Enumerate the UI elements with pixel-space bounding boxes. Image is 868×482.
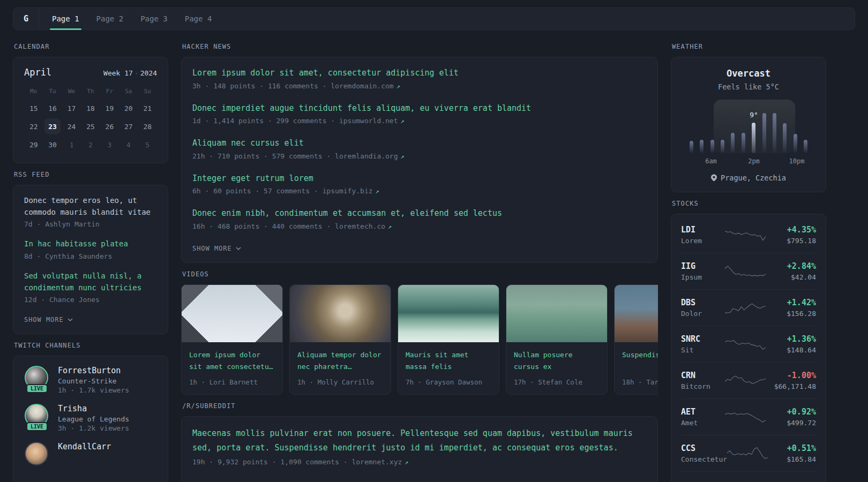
- calendar-day[interactable]: 15: [26, 100, 41, 116]
- stocks-section-title: STOCKS: [672, 200, 826, 207]
- tab-page-4[interactable]: Page 4: [184, 8, 213, 29]
- twitch-channel[interactable]: LIVE ForrestBurton Counter-Strike 1h · 1…: [24, 366, 157, 394]
- calendar-day[interactable]: 2: [83, 137, 98, 153]
- hn-item-meta: 6h · 60 points · 57 comments · ipsumify.…: [192, 187, 647, 195]
- calendar-day[interactable]: 19: [102, 100, 117, 116]
- hn-domain-link[interactable]: loremdomain.com: [331, 82, 400, 90]
- rss-item-link[interactable]: Sed volutpat nulla nisl, a condimentum n…: [24, 270, 157, 293]
- stock-row[interactable]: CRNBitcorn -1.00%$66,171.48: [681, 362, 816, 398]
- tab-page-3[interactable]: Page 3: [139, 8, 169, 29]
- twitch-channel[interactable]: KendallCarr: [24, 442, 157, 465]
- video-title-link[interactable]: Lorem ipsum dolor sit amet consectetu…: [189, 349, 275, 373]
- stock-values: +1.36%$148.64: [766, 334, 816, 354]
- channel-name[interactable]: Trisha: [58, 404, 129, 413]
- stock-price: $148.64: [766, 346, 816, 354]
- video-thumbnail[interactable]: [398, 285, 499, 342]
- subreddit-section-title: /R/SUBREDDIT: [182, 402, 658, 410]
- hn-domain-link[interactable]: ipsumworld.net: [339, 117, 405, 125]
- hn-item-title-link[interactable]: Donec imperdiet augue tincidunt felis al…: [192, 102, 647, 115]
- stock-row[interactable]: CCSConsectetur +0.51%$165.84: [681, 435, 816, 471]
- video-card[interactable]: Mauris sit amet massa felis 7h · Grayson…: [398, 284, 499, 395]
- stock-row[interactable]: AETAmet +0.92%$499.72: [681, 398, 816, 435]
- stock-name: Lorem: [681, 237, 725, 245]
- video-thumbnail[interactable]: [290, 285, 391, 342]
- hn-domain-link[interactable]: ipsumify.biz: [323, 187, 379, 195]
- stock-row[interactable]: LDILorem +4.35%$795.18: [681, 217, 816, 253]
- calendar-day[interactable]: 16: [44, 100, 60, 116]
- stock-name: Amet: [681, 419, 725, 427]
- dashboard-page: G Page 1 Page 2 Page 3 Page 4 CALENDAR A…: [0, 0, 868, 482]
- subreddit-post-title-link[interactable]: Maecenas mollis pulvinar erat non posuer…: [192, 426, 647, 455]
- hn-item-title-link[interactable]: Lorem ipsum dolor sit amet, consectetur …: [192, 67, 647, 79]
- middle-column: HACKER NEWS Lorem ipsum dolor sit amet, …: [181, 35, 658, 482]
- calendar-day[interactable]: 4: [121, 137, 136, 153]
- calendar-day[interactable]: 26: [102, 118, 117, 134]
- stock-row[interactable]: IIGIpsum +2.84%$42.04: [681, 253, 816, 289]
- calendar-day[interactable]: 24: [64, 118, 79, 134]
- hn-domain-link[interactable]: loremlandia.org: [335, 152, 405, 160]
- calendar-day[interactable]: 22: [26, 118, 41, 134]
- video-thumbnail[interactable]: [506, 285, 607, 342]
- calendar-day[interactable]: 18: [83, 100, 98, 116]
- video-card[interactable]: Lorem ipsum dolor sit amet consectetu… 1…: [181, 284, 283, 395]
- rss-item-link[interactable]: Donec tempor eros leo, ut commodo mauris…: [24, 195, 157, 218]
- calendar-day[interactable]: 27: [121, 118, 136, 134]
- stock-row[interactable]: SNRCSit +1.36%$148.64: [681, 326, 816, 362]
- stock-values: +4.35%$795.18: [766, 225, 816, 245]
- stock-sparkline: [725, 410, 766, 425]
- video-title-link[interactable]: Suspendisse diam: [622, 349, 658, 373]
- stock-row[interactable]: DBSDolor +1.42%$156.28: [681, 289, 816, 326]
- app-logo[interactable]: G: [13, 8, 39, 29]
- video-meta: 18h · Tara: [622, 378, 658, 386]
- calendar-month: April: [24, 67, 51, 78]
- stock-row[interactable]: AHS +0.46%: [681, 471, 816, 482]
- calendar-day[interactable]: 29: [26, 137, 41, 153]
- hn-domain-link[interactable]: loremtech.co: [335, 222, 392, 230]
- video-card[interactable]: Aliquam tempor dolor nec pharetra… 1h · …: [289, 284, 391, 395]
- video-thumbnail[interactable]: [182, 285, 282, 342]
- calendar-day-selected[interactable]: 23: [44, 118, 60, 134]
- hn-item-title-link[interactable]: Integer eget rutrum lorem: [192, 172, 647, 185]
- hn-meta-text: 21h · 710 points · 579 comments ·: [192, 152, 331, 160]
- live-badge: LIVE: [26, 384, 48, 393]
- subreddit-domain-link[interactable]: loremnet.xyz: [351, 458, 408, 466]
- channel-name[interactable]: KendallCarr: [58, 442, 111, 451]
- stock-ticker: SNRC: [681, 334, 725, 344]
- stock-name: Ipsum: [681, 273, 725, 281]
- subreddit-meta-text: 19h · 9,932 points · 1,090 comments ·: [192, 458, 348, 466]
- tab-page-1[interactable]: Page 1: [51, 8, 80, 29]
- hn-item-title-link[interactable]: Aliquam nec cursus elit: [192, 137, 647, 149]
- hn-meta-text: 1d · 1,414 points · 299 comments ·: [192, 117, 335, 125]
- channel-name[interactable]: ForrestBurton: [58, 366, 129, 375]
- calendar-day[interactable]: 20: [121, 100, 136, 116]
- video-card[interactable]: Suspendisse diam 18h · Tara: [614, 284, 658, 395]
- calendar-day[interactable]: 25: [83, 118, 98, 134]
- calendar-day[interactable]: 28: [140, 118, 155, 134]
- hackernews-section-title: HACKER NEWS: [182, 43, 658, 50]
- video-title-link[interactable]: Aliquam tempor dolor nec pharetra…: [297, 349, 383, 373]
- hn-show-more-button[interactable]: SHOW MORE: [192, 245, 241, 252]
- video-title-link[interactable]: Mauris sit amet massa felis: [406, 349, 491, 373]
- video-body: Nullam posuere cursus ex 17h · Stefan Co…: [506, 342, 607, 394]
- stock-sparkline: [725, 264, 766, 279]
- calendar-day[interactable]: 3: [102, 137, 117, 153]
- stock-price: $165.84: [768, 455, 816, 463]
- calendar-day[interactable]: 30: [44, 137, 60, 153]
- twitch-channel[interactable]: LIVE Trisha League of Legends 3h · 1.2k …: [24, 404, 157, 432]
- calendar-day[interactable]: 5: [140, 137, 155, 153]
- video-thumbnail[interactable]: [615, 285, 658, 342]
- hn-item-title-link[interactable]: Donec enim nibh, condimentum et accumsan…: [192, 207, 647, 220]
- video-card[interactable]: Nullam posuere cursus ex 17h · Stefan Co…: [506, 284, 608, 395]
- weather-location-label: Prague, Czechia: [721, 174, 786, 182]
- calendar-day[interactable]: 17: [64, 100, 79, 116]
- tab-page-2[interactable]: Page 2: [95, 8, 125, 29]
- stock-ticker: CRN: [681, 371, 725, 380]
- stock-id: LDILorem: [681, 225, 725, 245]
- calendar-day[interactable]: 21: [140, 100, 155, 116]
- calendar-day-header: Fr: [100, 84, 119, 99]
- subreddit-post: Maecenas mollis pulvinar erat non posuer…: [192, 426, 647, 466]
- video-title-link[interactable]: Nullam posuere cursus ex: [514, 349, 600, 373]
- rss-show-more-button[interactable]: SHOW MORE: [24, 316, 73, 323]
- calendar-day[interactable]: 1: [64, 137, 79, 153]
- rss-item-link[interactable]: In hac habitasse platea: [24, 238, 157, 250]
